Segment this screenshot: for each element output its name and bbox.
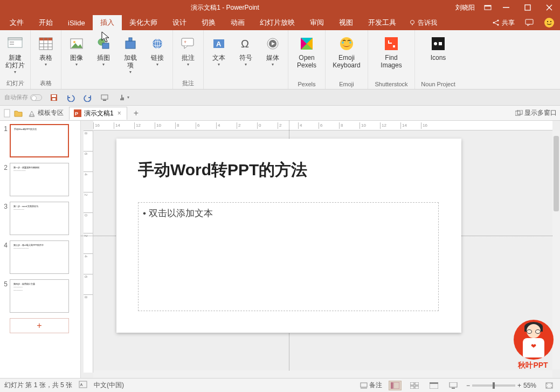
tab-devtools[interactable]: 开发工具 [361,15,404,30]
autosave-toggle[interactable]: 自动保存 [4,93,42,101]
group-shutterstock: Find Images Shutterstock [368,30,415,89]
shapes-icon [96,35,111,53]
zoom-out[interactable]: − [466,382,470,389]
svg-rect-55 [30,115,33,116]
illustration-button[interactable]: 插图▾ [91,32,116,69]
menu-tabs: 文件 开始 iSlide 插入 美化大师 设计 切换 动画 幻灯片放映 审阅 视… [0,15,560,30]
minimize-button[interactable] [495,0,517,15]
image-button[interactable]: 图像▾ [64,32,89,69]
new-slide-button[interactable]: 新建 幻灯片▾ [2,32,28,77]
table-icon [38,35,53,53]
svg-text:Ω: Ω [241,38,249,50]
comment-button[interactable]: +批注▾ [175,32,201,69]
undo-button[interactable] [66,93,75,102]
table-button[interactable]: 表格▾ [33,32,59,69]
notes-button[interactable]: 备注 [360,381,382,390]
tab-beautify[interactable]: 美化大师 [122,15,165,30]
tab-animation[interactable]: 动画 [223,15,252,30]
thumb-5[interactable]: 5第四步：应用设计主题──────────── [2,279,78,313]
zoom-value[interactable]: 55% [523,382,536,389]
slide-thumbnails[interactable]: 1手动Word转PPT的方法 2第一步：设置选择大纲级别──────── 3第二… [0,121,81,378]
redo-button[interactable] [83,93,93,102]
view-normal-icon[interactable] [389,381,402,390]
zoom-in[interactable]: + [517,382,521,389]
tab-design[interactable]: 设计 [165,15,194,30]
slide-count: 幻灯片 第 1 张，共 5 张 [4,381,72,390]
svg-rect-70 [430,382,438,384]
svg-rect-1 [485,5,491,6]
pexels-button[interactable]: Open Pexels [291,32,323,71]
scrollbar-h[interactable] [93,370,552,378]
zoom-control[interactable]: − + 55% [466,382,536,389]
tab-file[interactable]: 文件 [2,15,31,30]
svg-rect-50 [52,95,56,97]
user-name[interactable]: 刘晓阳 [450,3,480,12]
tab-slideshow[interactable]: 幻灯片放映 [252,15,302,30]
quick-access-toolbar: 自动保存 ▾ [0,90,560,106]
start-from-beginning-button[interactable] [100,93,110,102]
doc-tab-1[interactable]: P 演示文稿1 × [69,107,127,120]
addin-button[interactable]: 加载 项▾ [117,32,143,77]
text-button[interactable]: A文本▾ [206,32,232,69]
find-images-button[interactable]: Find Images [370,32,412,71]
media-button[interactable]: 媒体▾ [260,32,286,69]
link-button[interactable]: 链接▾ [144,32,170,69]
tab-insert[interactable]: 插入 [93,15,122,30]
svg-rect-15 [10,42,14,43]
share-button[interactable]: 共享 [487,15,520,30]
svg-point-7 [497,20,499,22]
add-slide-button[interactable]: + [10,318,69,333]
spellcheck-icon[interactable] [79,381,87,390]
symbol-button[interactable]: Ω符号▾ [233,32,259,69]
multi-window-button[interactable]: 显示多窗口 [515,108,557,118]
new-doc-icon[interactable] [3,109,11,118]
tell-me[interactable]: 告诉我 [404,15,443,30]
tab-view[interactable]: 视图 [331,15,361,30]
tab-islide[interactable]: iSlide [60,15,93,30]
svg-rect-28 [129,38,132,41]
emoji-icon [338,35,355,53]
zoom-slider[interactable] [472,384,515,387]
view-slideshow-icon[interactable] [447,381,460,390]
svg-point-12 [550,21,551,22]
svg-rect-18 [39,38,52,40]
maximize-button[interactable] [517,0,538,15]
icons-button[interactable]: Icons [417,32,459,64]
slide-title[interactable]: 手动Word转PPT的方法 [138,159,307,181]
svg-point-8 [497,24,499,26]
slide-canvas[interactable]: 1614121086420246810121416 864202468 手动Wo… [81,121,560,378]
emoji-button[interactable]: Emoji Keyboard [328,32,365,71]
work-area: 1手动Word转PPT的方法 2第一步：设置选择大纲级别──────── 3第二… [0,121,560,378]
view-reading-icon[interactable] [427,381,440,390]
thumb-1[interactable]: 1手动Word转PPT的方法 [2,124,78,157]
svg-rect-66 [415,382,419,385]
slide[interactable]: 手动Word转PPT的方法 双击以添加文本 [116,139,461,333]
ribbon-display-icon[interactable] [480,0,495,15]
view-sorter-icon[interactable] [408,381,421,390]
svg-point-41 [340,37,353,50]
svg-point-10 [544,18,554,27]
save-button[interactable] [50,93,58,102]
fit-window-icon[interactable] [543,381,556,390]
language[interactable]: 中文(中国) [94,381,124,390]
template-zone[interactable]: 模板专区 [26,108,66,118]
close-tab-icon[interactable]: × [116,109,122,117]
thumb-3[interactable]: 3第二步：word文档另存为─────── [2,202,78,235]
smiley-icon[interactable] [538,15,560,30]
svg-rect-64 [393,382,399,389]
thumb-4[interactable]: 4第三步：将rtf导入到PPT软件中────────── [2,240,78,274]
nounproject-icon [430,35,446,53]
open-folder-icon[interactable] [14,109,23,117]
comment-icon: + [180,35,196,53]
thumb-2[interactable]: 2第一步：设置选择大纲级别──────── [2,163,78,196]
svg-rect-51 [52,98,56,100]
add-tab-button[interactable]: + [130,108,142,118]
tab-review[interactable]: 审阅 [302,15,331,30]
svg-rect-65 [410,382,414,385]
touch-mode-button[interactable]: ▾ [117,93,129,102]
close-button[interactable] [538,0,560,15]
comments-icon[interactable] [520,15,538,30]
tab-home[interactable]: 开始 [31,15,60,30]
tab-transition[interactable]: 切换 [194,15,223,30]
slide-body[interactable]: 双击以添加文本 [138,202,439,311]
